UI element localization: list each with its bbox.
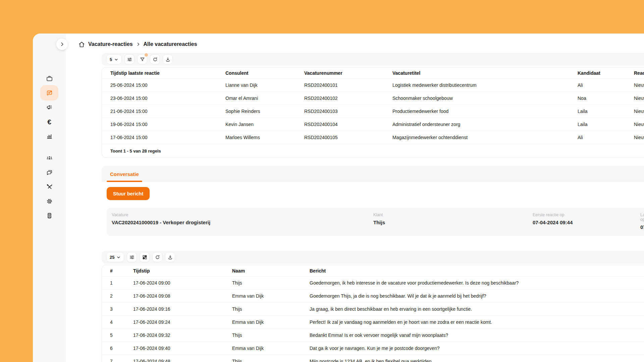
info-label: Vacature (112, 213, 210, 217)
reactions-table-header-row: Tijdstip laatste reactie Consulent Vacat… (102, 67, 644, 79)
column-header: Kandidaat (578, 67, 634, 79)
column-header: Consulent (225, 67, 304, 79)
reactions-table-card: Tijdstip laatste reactie Consulent Vacat… (102, 67, 644, 158)
table-row[interactable]: 417-06-2024 09:24Emma van DijkPerfect! I… (102, 316, 644, 329)
table-cell: Nieuw (634, 131, 644, 144)
tab-label: Conversatie (110, 171, 139, 177)
tab-conversatie[interactable]: Conversatie (107, 166, 142, 182)
table-row[interactable]: 317-06-2024 09:16ThijsJa graag, ik ben d… (102, 303, 644, 316)
table-cell: Goedemorgen, ik heb interesse in de vaca… (310, 277, 644, 290)
table-cell: Mijn postcode is 1234 AB, en ik ben flex… (310, 355, 644, 362)
table-cell: Perfect! Ik zal je vandaag nog aanmelden… (310, 316, 644, 329)
download-icon (167, 254, 173, 260)
sidebar-item-berichten[interactable] (33, 165, 66, 180)
column-header: Naam (232, 265, 310, 277)
chevron-right-icon (136, 42, 141, 47)
table-cell: Marloes Willems (225, 131, 304, 144)
euro-icon: € (47, 118, 51, 125)
page-size-value: 25 (110, 255, 114, 260)
reactions-filter-button[interactable] (137, 54, 147, 64)
table-row[interactable]: 23-06-2024 15:00Omar el AmraniRSD2024001… (102, 92, 644, 105)
table-row[interactable]: 517-06-2024 09:32ThijsBedankt Emma! Is e… (102, 329, 644, 342)
app-canvas: € (0, 0, 644, 362)
sidebar-item-instellingen[interactable] (33, 194, 66, 208)
table-cell: Thijs (232, 303, 310, 316)
reactions-toolbar: 5 (102, 53, 644, 66)
table-row[interactable]: 117-06-2024 09:00ThijsGoedemorgen, ik he… (102, 277, 644, 290)
table-cell: Omar el Amrani (225, 92, 304, 105)
page-size-value: 5 (110, 57, 112, 62)
table-cell: Productiemedewerker food (392, 105, 578, 118)
info-label: Klant (373, 213, 385, 217)
gear-icon (46, 198, 53, 205)
table-cell: 17-06-2024 09:40 (133, 342, 232, 355)
table-row[interactable]: 717-06-2024 09:48ThijsMijn postcode is 1… (102, 355, 644, 362)
sidebar-items: € (33, 71, 66, 223)
sidebar-item-rapportages[interactable] (33, 129, 66, 143)
info-value: 07-04-2024 09:44 (533, 220, 573, 225)
table-cell: Thijs (232, 329, 310, 342)
active-tab-underline (107, 181, 142, 182)
conversation-table-card: # Tijdstip Naam Bericht 117-06-2024 09:0… (102, 265, 644, 362)
table-cell: Schoonmaker schoolgebouw (392, 92, 578, 105)
conversation-grid-view-button[interactable] (140, 252, 150, 262)
column-settings-icon (127, 57, 132, 62)
conversation-table-header-row: # Tijdstip Naam Bericht (102, 265, 644, 277)
home-icon[interactable] (78, 41, 85, 48)
breadcrumb-item-vacature-reacties[interactable]: Vacature-reacties (88, 41, 133, 47)
table-cell: Magazijnmedewerker ochtenddienst (392, 131, 578, 144)
column-header: Vacaturetitel (392, 67, 578, 79)
conversation-column-settings-button[interactable] (127, 252, 137, 262)
reactions-refresh-button[interactable] (150, 54, 160, 64)
column-header: Tijdstip laatste reactie (102, 67, 225, 79)
table-cell: 17-06-2024 09:08 (133, 290, 232, 303)
breadcrumb-item-alle-vacaturereacties[interactable]: Alle vacaturereacties (144, 41, 197, 47)
table-cell: 21-06-2024 15:00 (102, 105, 225, 118)
conversation-tabbar: Conversatie (102, 166, 644, 182)
sidebar-item-integraties[interactable] (33, 208, 66, 223)
reactions-column-settings-button[interactable] (124, 54, 135, 64)
sidebar-item-financieel[interactable]: € (33, 115, 66, 129)
download-icon (165, 57, 171, 62)
column-header: Bericht (310, 265, 644, 277)
sidebar-item-vacatures[interactable] (33, 71, 66, 86)
table-cell: Thijs (232, 277, 310, 290)
info-vacature: Vacature VAC2020241000019 - Verkoper dro… (112, 213, 210, 225)
table-row[interactable]: 217-06-2024 09:08Emma van DijkGoedemorge… (102, 290, 644, 303)
sidebar-item-vacature-reacties[interactable] (33, 86, 66, 100)
table-row[interactable]: 25-06-2024 15:00Lianne van DijkRSD202400… (102, 79, 644, 92)
info-value: 07-04-2024 09 (640, 224, 644, 230)
info-klant: Klant Thijs (373, 213, 385, 225)
table-cell: 6 (102, 342, 133, 355)
conversation-refresh-button[interactable] (152, 252, 162, 262)
table-cell: Administratief ondersteuner zorg (392, 118, 578, 131)
sidebar-item-kandidaten[interactable] (33, 151, 66, 165)
table-cell: 5 (102, 329, 133, 342)
sidebar-expand-button[interactable] (56, 39, 68, 50)
sidebar-item-beheer[interactable] (33, 180, 66, 194)
table-cell: 17-06-2024 09:24 (133, 316, 232, 329)
table-cell: RSD202400104 (304, 118, 392, 131)
table-cell: Nieuw (634, 79, 644, 92)
info-laatste-reactie: Laatste reactie op 07-04-2024 09 (640, 213, 644, 230)
conversation-download-button[interactable] (165, 252, 175, 262)
reactions-download-button[interactable] (163, 54, 173, 64)
table-cell: 17-06-2024 09:32 (133, 329, 232, 342)
refresh-icon (155, 254, 160, 260)
column-header: Reactiestatus (634, 67, 644, 79)
table-cell: 17-06-2024 09:00 (133, 277, 232, 290)
table-row[interactable]: 617-06-2024 09:40Emma van DijkDat ga ik … (102, 342, 644, 355)
table-row[interactable]: 19-06-2024 15:00Kevin JansenRSD202400104… (102, 118, 644, 131)
send-message-button[interactable]: Stuur bericht (107, 187, 150, 200)
conversation-page-size-select[interactable]: 25 (106, 252, 124, 262)
breadcrumb: Vacature-reacties Alle vacaturereacties (78, 39, 197, 50)
table-cell: Nieuw (634, 105, 644, 118)
reactions-page-size-select[interactable]: 5 (106, 54, 122, 64)
table-cell: 17-06-2024 09:16 (133, 303, 232, 316)
sidebar-item-campagnes[interactable] (33, 100, 66, 115)
table-cell: Logistiek medewerker distributiecentrum (392, 79, 578, 92)
table-row[interactable]: 21-06-2024 15:00Sophie ReindersRSD202400… (102, 105, 644, 118)
table-cell: Laila (578, 105, 634, 118)
table-row[interactable]: 17-06-2024 15:00Marloes WillemsRSD202400… (102, 131, 644, 144)
table-cell: Goedemorgen Thijs, ja die is nog beschik… (310, 290, 644, 303)
